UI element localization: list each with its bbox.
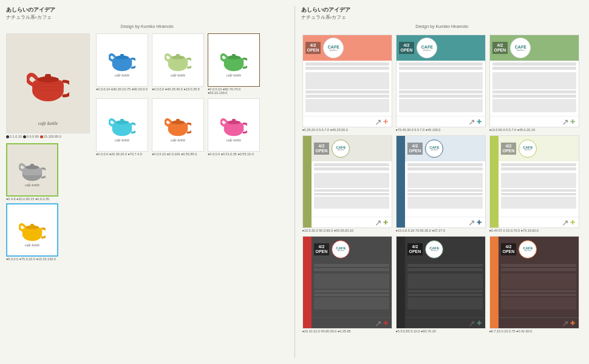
p9-img2 (501, 297, 576, 309)
poster-5-colors: ●15.0.8.5.16 70.50.30.0 ●37.27.0 (396, 229, 486, 232)
card-pink: cafe kettle ●0.0.0.0 ●0.51.0.35 ●0.55.15… (208, 98, 260, 156)
p3-img1 (492, 72, 576, 89)
card-lightgreen-text: cafe kettle (171, 73, 185, 77)
poster-7-header: 4/2OPEN CAFE kitchen (312, 237, 392, 262)
poster-9-body (499, 262, 579, 317)
left-header: あしらいのアイデア ナチュラル系›カフェ (6, 6, 288, 21)
poster-8: 4/2OPEN CAFE kitchen (396, 236, 486, 333)
poster-3-body (490, 61, 579, 116)
poster-3-logo: CAFE kitchen (510, 38, 531, 58)
p6-l2 (501, 167, 576, 170)
poster-2-card: 4/2OPEN CAFE kitchen ↗ ✚ (396, 35, 486, 127)
p6-img2 (501, 197, 576, 209)
p5-arrow: ↗ (468, 218, 475, 228)
card-orange-inner: cafe kettle (152, 98, 204, 152)
small-row-a: cafe kettle ●0.4.8 ●20.0.80.15 ●0.0.0.35 (6, 143, 91, 201)
p3-l3 (492, 90, 576, 93)
p4-l3 (314, 189, 389, 192)
poster-1-line4 (305, 95, 389, 98)
card-pink-inner: cafe kettle (208, 98, 260, 152)
poster-3: 4/2OPEN CAFE kitchen ↗ ✚ (489, 35, 579, 132)
p5-plus: ✚ (477, 219, 482, 226)
poster-1-arrow: ↗ (375, 117, 382, 127)
p8-l4 (407, 294, 483, 296)
poster-9: 4/2OPEN CAFE kitchen (489, 236, 579, 333)
p7-l3 (314, 290, 389, 292)
svg-rect-34 (176, 119, 180, 123)
poster-5-logo: CAFE kitchen (425, 140, 443, 158)
poster-8-logo: CAFE kitchen (425, 240, 443, 258)
p7-l1 (314, 264, 389, 267)
card-lightgreen: cafe kettle ●0.0.0.0 ●40.25.40.0 ●15.0.3… (152, 33, 204, 95)
poster-1-colors: ●0.25.20.0 5.5.7.0 ●45.25.50.0 (302, 128, 392, 132)
p4-arrow: ↗ (375, 218, 382, 228)
poster-2-body (397, 61, 485, 116)
poster-4-body (312, 161, 392, 217)
poster-1-logo: CAFE kitchen (323, 38, 344, 58)
poster-5-body (405, 161, 485, 217)
poster-1-kitchen: kitchen (330, 49, 338, 52)
poster-6-body (499, 161, 579, 217)
poster-7-main: 4/2OPEN CAFE kitchen (312, 237, 392, 328)
left-title: あしらいのアイデア (6, 6, 288, 14)
svg-rect-22 (176, 54, 180, 58)
poster-1-header: 4/2OPEN CAFE kitchen (303, 35, 392, 61)
p9-l2 (501, 268, 576, 271)
card-blue-colors: ●0.0.0.10 ●30.20.10.75 ●90.20.0.0 (96, 87, 148, 91)
small-card-teal-colors: ●0.4.8 ●20.0.80.15 ●0.0.0.35 (6, 197, 58, 201)
p3-arrow: ↗ (562, 117, 569, 127)
poster-1-body (303, 61, 392, 116)
card-blue-text: cafe kettle (115, 73, 129, 77)
poster-5-footer: ↗ ✚ (405, 217, 485, 228)
card-pink-colors: ●0.0.0.0 ●0.51.0.35 ●0.55.15.0 (208, 152, 260, 156)
p6-arrow: ↗ (562, 218, 569, 228)
poster-1-img2 (305, 99, 389, 112)
poster-7-footer: ↗ ✚ (312, 317, 392, 328)
poster-3-open: 4/2OPEN (492, 42, 508, 55)
p8-arrow: ↗ (468, 318, 475, 328)
poster-2-header: 4/2OPEN CAFE kitchen (397, 35, 485, 61)
card-green-inner: cafe kettle (208, 33, 260, 87)
card-orange-text: cafe kettle (171, 138, 185, 142)
p4-img2 (314, 197, 389, 209)
poster-3-card: 4/2OPEN CAFE kitchen ↗ ✚ (489, 35, 579, 127)
left-content-area: cafe kettle 2.1.0.10 0.0.0.80 15.100.95.… (6, 33, 288, 261)
p6-img1 (501, 173, 576, 188)
main-kettle (7, 41, 89, 120)
p8-l2 (407, 268, 483, 271)
p5-img1 (407, 173, 483, 188)
poster-6-card: 4/2OPEN CAFE kitchen (489, 135, 579, 228)
poster-4-main: 4/2OPEN CAFE kitchen (312, 136, 392, 228)
poster-4-accent (303, 136, 312, 228)
card-green-colors: ●0.0.0.10 ●60.70.70.0●50.10.100.0 (208, 87, 260, 95)
poster-1-footer: ↗ ✚ (303, 116, 392, 127)
left-designer: Design by Kumiko Hiramoto (6, 24, 288, 29)
p4-l2 (314, 167, 389, 170)
card-blue-inner: cafe kettle (96, 33, 148, 87)
svg-rect-14 (30, 224, 34, 228)
poster-3-header: 4/2OPEN CAFE kitchen (490, 35, 579, 61)
small-card-yellow-colors: ●6.0.0.0 ●75.0.22.0 ●10.22.100.0 (6, 257, 91, 261)
poster-8-body (405, 262, 485, 317)
poster-3-footer: ↗ ✚ (490, 116, 579, 127)
p2-plus: ✚ (477, 118, 482, 125)
poster-6-main: 4/2OPEN CAFE kitchen (499, 136, 579, 228)
poster-4-logo: CAFE kitchen (332, 140, 350, 158)
right-panel: あしらいのアイデア ナチュラル系›カフェ Design by Kumiko Hi… (295, 0, 590, 364)
poster-7-body (312, 262, 392, 317)
p4-img1 (314, 173, 389, 188)
left-subtitle: ナチュラル系›カフェ (6, 14, 288, 21)
p2-l1 (399, 62, 483, 66)
p9-l3 (501, 290, 576, 292)
svg-rect-26 (232, 54, 236, 58)
p9-arrow: ↗ (562, 318, 569, 328)
col2-row1: cafe kettle ●0.0.0.10 ●30.20.10.75 ●90.2… (96, 33, 288, 95)
p8-plus: ✚ (477, 320, 482, 326)
poster-4-colors: ●10.5.30.0 50.0.60.0 ●55.55.60.10 (302, 229, 392, 232)
poster-grid: 4/2OPEN CAFE kitchen ↗ ✚ (301, 33, 584, 334)
poster-4-card: 4/2OPEN CAFE kitchen (302, 135, 392, 228)
main-card-text: cafe kettle (38, 121, 58, 126)
p7-l4 (314, 294, 389, 296)
svg-rect-3 (45, 74, 51, 80)
p6-l1 (501, 163, 576, 166)
